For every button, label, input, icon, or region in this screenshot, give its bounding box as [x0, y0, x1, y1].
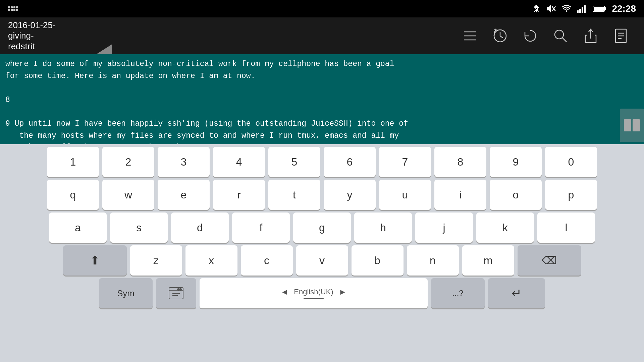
key-v[interactable]: v [296, 245, 348, 276]
svg-rect-6 [584, 5, 586, 13]
svg-rect-8 [594, 7, 604, 11]
key-e[interactable]: e [158, 180, 210, 210]
key-t[interactable]: t [268, 180, 320, 210]
key-z[interactable]: z [130, 245, 182, 276]
key-u[interactable]: u [379, 180, 431, 210]
key-6[interactable]: 6 [324, 147, 376, 177]
key-4[interactable]: 4 [213, 147, 265, 177]
battery-icon [593, 5, 606, 12]
key-y[interactable]: y [324, 180, 376, 210]
scroll-indicator [620, 109, 644, 142]
svg-rect-3 [577, 10, 579, 13]
key-w[interactable]: w [102, 180, 154, 210]
svg-line-15 [562, 38, 567, 42]
space-indicator [304, 298, 324, 299]
space-key[interactable]: ◄ English(UK) ► [200, 278, 428, 308]
share-button[interactable] [576, 22, 606, 49]
key-7[interactable]: 7 [379, 147, 431, 177]
key-q[interactable]: q [47, 180, 99, 210]
document-button[interactable] [606, 22, 636, 49]
key-o[interactable]: o [490, 180, 542, 210]
punct-key[interactable]: ...? [431, 278, 485, 308]
status-bar-left [8, 6, 18, 11]
key-0[interactable]: 0 [545, 147, 597, 177]
qwerty-row: q w e r t y u i o p [0, 177, 644, 210]
key-m[interactable]: m [462, 245, 514, 276]
enter-key[interactable]: ↵ [488, 278, 545, 308]
lang-right-arrow[interactable]: ► [339, 287, 347, 297]
mute-icon [546, 4, 556, 13]
keyboard-settings-key[interactable] [156, 278, 196, 308]
key-1[interactable]: 1 [47, 147, 99, 177]
key-x[interactable]: x [185, 245, 237, 276]
hamburger-button[interactable] [455, 22, 485, 49]
language-label: English(UK) [294, 288, 333, 296]
key-d[interactable]: d [171, 213, 229, 243]
key-c[interactable]: c [241, 245, 293, 276]
key-r[interactable]: r [213, 180, 265, 210]
key-n[interactable]: n [407, 245, 459, 276]
history-button[interactable] [485, 22, 515, 49]
key-b[interactable]: b [352, 245, 404, 276]
key-s[interactable]: s [110, 213, 168, 243]
key-g[interactable]: g [293, 213, 351, 243]
signal-icon [577, 4, 588, 13]
key-5[interactable]: 5 [268, 147, 320, 177]
key-j[interactable]: j [415, 213, 473, 243]
refresh-button[interactable] [515, 22, 545, 49]
bluetooth-icon [532, 4, 541, 13]
svg-marker-0 [547, 5, 551, 12]
zxcv-row: ⬆ z x c v b n m ⌫ [0, 243, 644, 276]
key-3[interactable]: 3 [158, 147, 210, 177]
keyboard: 1 2 3 4 5 6 7 8 9 0 q w e r t y u i o p … [0, 144, 644, 362]
key-p[interactable]: p [545, 180, 597, 210]
sym-key[interactable]: Sym [99, 278, 153, 308]
delete-key[interactable]: ⌫ [518, 245, 581, 276]
svg-point-26 [177, 289, 179, 291]
asdf-row: a s d f g h j k l [0, 210, 644, 243]
key-2[interactable]: 2 [102, 147, 154, 177]
shift-key[interactable]: ⬆ [63, 245, 127, 276]
key-8[interactable]: 8 [434, 147, 486, 177]
key-a[interactable]: a [49, 213, 107, 243]
editor-area[interactable]: where I do some of my absolutely non-cri… [0, 54, 644, 148]
lang-left-arrow[interactable]: ◄ [281, 287, 289, 297]
punct-label: ...? [452, 289, 463, 298]
app-grid-icon [8, 6, 18, 11]
bottom-row: Sym ◄ English(UK) ► ...? ↵ [0, 276, 644, 308]
time-display: 22:28 [612, 3, 636, 14]
number-row: 1 2 3 4 5 6 7 8 9 0 [0, 144, 644, 177]
status-bar: 22:28 [0, 0, 644, 17]
key-i[interactable]: i [434, 180, 486, 210]
svg-rect-4 [579, 9, 581, 13]
search-button[interactable] [545, 22, 576, 49]
status-bar-right: 22:28 [532, 3, 636, 14]
wifi-icon [561, 4, 572, 13]
key-h[interactable]: h [354, 213, 412, 243]
key-k[interactable]: k [476, 213, 534, 243]
editor-text: where I do some of my absolutely non-cri… [5, 58, 639, 148]
svg-rect-9 [605, 7, 606, 10]
toolbar: 2016-01-25- giving- redstrit [0, 17, 644, 54]
sym-label: Sym [117, 288, 135, 299]
svg-rect-5 [582, 7, 583, 13]
key-l[interactable]: l [537, 213, 595, 243]
key-f[interactable]: f [232, 213, 290, 243]
key-9[interactable]: 9 [490, 147, 542, 177]
